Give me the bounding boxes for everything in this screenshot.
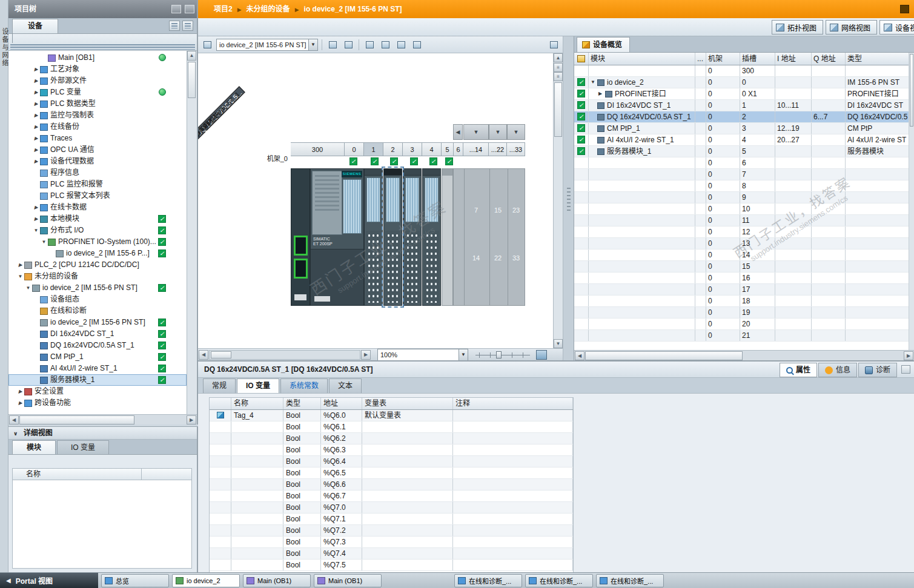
io-variable-row[interactable]: Bool %Q6.6 xyxy=(210,479,573,491)
collapse-left-icon[interactable]: ◀ xyxy=(453,124,463,140)
window-menu-icon[interactable] xyxy=(900,5,909,13)
io-variable-row[interactable]: Tag_4 Bool %Q6.0 默认变量表 xyxy=(210,410,573,421)
type-cell[interactable]: Bool xyxy=(283,560,321,570)
tree-item[interactable]: ▼ PROFINET IO-System (100)... xyxy=(8,236,187,248)
device-overview-row[interactable]: 0 10 xyxy=(574,203,914,215)
properties-subtab[interactable]: 常规 xyxy=(203,378,236,393)
page-up-icon[interactable]: ≡ xyxy=(554,63,563,72)
view-switch-button[interactable]: 设备视图 xyxy=(879,20,914,35)
comment-cell[interactable] xyxy=(453,560,573,570)
tree-expander-icon[interactable]: ▶ xyxy=(16,259,24,271)
tree-expander-icon[interactable]: ▶ xyxy=(32,87,40,98)
tree-item[interactable]: 服务器模块_1 xyxy=(8,374,187,386)
tag-name-cell[interactable] xyxy=(231,491,283,501)
col-type[interactable]: 类型 xyxy=(846,53,914,65)
col-name[interactable]: 名称 xyxy=(231,398,283,409)
slot-group-dropdown-icon[interactable]: ▼ xyxy=(489,124,507,140)
tree-item[interactable]: ▶ 监控与强制表 xyxy=(8,110,187,121)
address-cell[interactable]: %Q7.1 xyxy=(321,514,362,524)
tree-item[interactable]: ▶ PLC 数据类型 xyxy=(8,98,187,110)
tag-name-cell[interactable] xyxy=(231,537,283,547)
tag-table-cell[interactable] xyxy=(362,548,453,559)
project-tree-hscrollbar[interactable]: ◀ ▶ xyxy=(8,414,197,424)
type-cell[interactable]: Bool xyxy=(283,433,321,444)
chevron-down-icon[interactable]: ∨ xyxy=(13,431,18,437)
tree-item[interactable]: ▶ 工艺对象 xyxy=(8,64,187,75)
breadcrumb-segment[interactable]: ▶io device_2 [IM 155-6 PN ST] xyxy=(290,5,402,13)
tree-item[interactable]: ▼ 未分组的设备 xyxy=(8,271,187,282)
address-cell[interactable]: %Q6.7 xyxy=(321,491,362,501)
address-cell[interactable]: %Q7.0 xyxy=(321,502,362,513)
col-dots[interactable]: ... xyxy=(695,53,706,65)
tag-table-cell[interactable] xyxy=(362,560,453,570)
type-cell[interactable]: Bool xyxy=(283,537,321,547)
tag-table-cell[interactable] xyxy=(362,467,453,478)
tree-item[interactable]: 设备组态 xyxy=(8,294,187,305)
io-variable-row[interactable]: Bool %Q6.3 xyxy=(210,444,573,456)
address-cell[interactable]: %Q6.2 xyxy=(321,433,362,444)
tag-table-cell[interactable]: 默认变量表 xyxy=(362,410,453,421)
col-comment[interactable]: 注释 xyxy=(453,398,573,409)
io-variable-row[interactable]: Bool %Q7.5 xyxy=(210,560,573,571)
device-overview-row[interactable]: DI 16x24VDC ST_1 0 1 10...11 DI 16x24VDC… xyxy=(574,100,914,111)
type-cell[interactable]: Bool xyxy=(283,502,321,513)
project-tree-vscrollbar[interactable]: ▲ xyxy=(187,51,196,414)
tag-table-cell[interactable] xyxy=(362,514,453,524)
tree-expander-icon[interactable]: ▶ xyxy=(32,75,40,87)
device-overview-row[interactable]: 0 18 xyxy=(574,296,914,307)
scroll-left-icon[interactable]: ◀ xyxy=(199,350,208,360)
slot-number-cell[interactable]: 300 xyxy=(291,142,345,156)
comment-cell[interactable] xyxy=(453,514,573,524)
address-cell[interactable]: %Q6.0 xyxy=(321,410,362,421)
slot-number-cell[interactable]: 4 xyxy=(422,142,442,156)
tree-expander-icon[interactable]: ▶ xyxy=(32,156,40,167)
device-view-canvas[interactable]: 机架_0 3000123456...14...22...33 ◀ ▼ ▼ ▼ i… xyxy=(198,53,563,348)
address-cell[interactable]: %Q6.6 xyxy=(321,479,362,490)
breadcrumb-label[interactable]: 未分组的设备 xyxy=(247,5,290,13)
device-overview-row[interactable]: 0 300 xyxy=(574,65,914,77)
slot-number-cell[interactable]: 2 xyxy=(383,142,403,156)
view-details-icon[interactable] xyxy=(182,21,193,31)
comment-cell[interactable] xyxy=(453,421,573,432)
chevron-down-icon[interactable]: ▼ xyxy=(459,349,468,360)
io-variable-row[interactable]: Bool %Q6.1 xyxy=(210,421,573,433)
device-overview-row[interactable]: 0 11 xyxy=(574,215,914,226)
tag-table-cell[interactable] xyxy=(362,491,453,501)
tag-name-cell[interactable] xyxy=(231,479,283,490)
tree-expander-icon[interactable]: ▶ xyxy=(32,110,40,121)
tree-item[interactable]: ▶ 跨设备功能 xyxy=(8,397,187,409)
scroll-left-icon[interactable]: ◀ xyxy=(9,415,19,424)
tag-name-cell[interactable] xyxy=(231,456,283,467)
address-cell[interactable]: %Q6.1 xyxy=(321,421,362,432)
overview-vscrollbar[interactable] xyxy=(909,53,914,350)
type-cell[interactable]: Bool xyxy=(283,479,321,490)
slot-number-cell[interactable]: 5 xyxy=(442,142,454,156)
taskbar-editor-button[interactable]: 在线和诊断_... xyxy=(454,574,522,587)
properties-tab[interactable]: 属性 xyxy=(780,363,817,377)
tag-table-cell[interactable] xyxy=(362,502,453,513)
device-overview-row[interactable]: 0 16 xyxy=(574,273,914,284)
tree-item[interactable]: ▶ 在线备份 xyxy=(8,121,187,133)
address-cell[interactable]: %Q6.5 xyxy=(321,467,362,478)
measure-icon[interactable] xyxy=(342,39,355,51)
split-view-icon[interactable] xyxy=(547,39,560,51)
scroll-up-icon[interactable]: ▲ xyxy=(187,51,196,61)
io-variable-row[interactable]: Bool %Q7.4 xyxy=(210,548,573,560)
device-overview-row[interactable]: AI 4xU/I 2-wire ST_1 0 4 20...27 AI 4xU/… xyxy=(574,134,914,146)
device-overview-row[interactable]: CM PtP_1 0 3 12...19 CM PtP xyxy=(574,123,914,134)
collapse-panel-icon[interactable] xyxy=(185,5,194,13)
slot-number-cell[interactable]: ...14 xyxy=(463,142,489,156)
properties-tab[interactable]: 诊断 xyxy=(858,363,897,377)
slot-number-cell[interactable]: 0 xyxy=(345,142,364,156)
device-overview-row[interactable]: DQ 16x24VDC/0.5A ST_1 0 2 6...7 DQ 16x24… xyxy=(574,111,914,123)
io-variable-row[interactable]: Bool %Q7.2 xyxy=(210,525,573,537)
tag-table-cell[interactable] xyxy=(362,537,453,547)
tag-name-cell[interactable]: Tag_4 xyxy=(231,410,283,421)
device-overview-row[interactable]: 0 21 xyxy=(574,330,914,342)
tree-expander-icon[interactable]: ▶ xyxy=(32,144,40,156)
tree-item[interactable]: PLC 监控和报警 xyxy=(8,179,187,190)
io-variable-row[interactable]: Bool %Q7.0 xyxy=(210,502,573,514)
module-label[interactable]: 服务器模块_1 xyxy=(198,105,227,139)
portal-view-button[interactable]: ◀ Portal 视图 xyxy=(0,573,98,588)
device-overview-row[interactable]: ▶ PROFINET接口 0 0 X1 PROFINET接口 xyxy=(574,88,914,100)
